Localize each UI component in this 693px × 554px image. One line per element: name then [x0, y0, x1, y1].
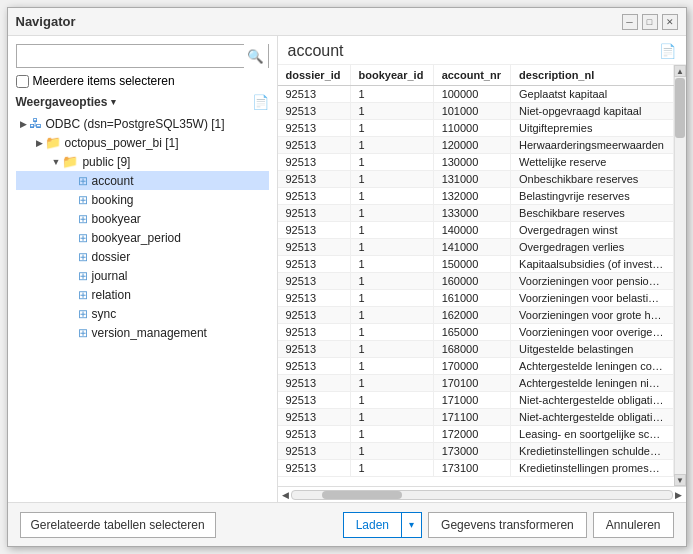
table-row[interactable]: 925131120000Herwaarderingsmeerwaarden: [278, 137, 674, 154]
related-tables-button[interactable]: Gerelateerde tabellen selecteren: [20, 512, 216, 538]
table-cell: 1: [350, 392, 433, 409]
col-header-account_nr: account_nr: [433, 65, 510, 86]
restore-button[interactable]: □: [642, 14, 658, 30]
titlebar: Navigator ─ □ ✕: [8, 8, 686, 36]
scroll-track: [675, 78, 685, 473]
table-cell: 92513: [278, 426, 351, 443]
tree-item-sync[interactable]: ⊞sync: [16, 304, 269, 323]
table-row[interactable]: 925131141000Overgedragen verlies: [278, 239, 674, 256]
table-cell: 92513: [278, 137, 351, 154]
tree-item-booking[interactable]: ⊞booking: [16, 190, 269, 209]
table-row[interactable]: 925131150000Kapitaalsubsidies (of invest…: [278, 256, 674, 273]
table-row[interactable]: 925131101000Niet-opgevraagd kapitaal: [278, 103, 674, 120]
table-cell: Wettelijke reserve: [511, 154, 673, 171]
tree-item-journal[interactable]: ⊞journal: [16, 266, 269, 285]
table-row[interactable]: 925131171000Niet-achtergestelde obligati…: [278, 392, 674, 409]
scroll-right-button[interactable]: ▶: [673, 490, 684, 500]
transform-button[interactable]: Gegevens transformeren: [428, 512, 587, 538]
navigator-window: Navigator ─ □ ✕ 🔍 Meerdere items selecte…: [7, 7, 687, 547]
table-cell: 92513: [278, 324, 351, 341]
h-scrollbar-track: [291, 490, 673, 500]
cancel-button[interactable]: Annuleren: [593, 512, 674, 538]
minimize-button[interactable]: ─: [622, 14, 638, 30]
table-row[interactable]: 925131140000Overgedragen winst: [278, 222, 674, 239]
table-cell: Kapitaalsubsidies (of investeringen): [511, 256, 673, 273]
table-cell: Geplaatst kapitaal: [511, 86, 673, 103]
tree-item-account[interactable]: ⊞account: [16, 171, 269, 190]
table-row[interactable]: 925131161000Voorzieningen voor belasting…: [278, 290, 674, 307]
close-button[interactable]: ✕: [662, 14, 678, 30]
table-cell: 160000: [433, 273, 510, 290]
table-cell: 140000: [433, 222, 510, 239]
table-cell: 131000: [433, 171, 510, 188]
tree-label: ODBC (dsn=PostgreSQL35W) [1]: [46, 117, 225, 131]
export-icon[interactable]: 📄: [252, 94, 269, 110]
table-row[interactable]: 925131133000Beschikbare reserves: [278, 205, 674, 222]
table-icon: ⊞: [78, 250, 88, 264]
table-row[interactable]: 925131168000Uitgestelde belastingen: [278, 341, 674, 358]
load-button[interactable]: Laden: [343, 512, 402, 538]
tree-label: bookyear: [92, 212, 141, 226]
select-multiple-row: Meerdere items selecteren: [16, 74, 269, 88]
table-row[interactable]: 925131170000Achtergestelde leningen conv…: [278, 358, 674, 375]
table-cell: Onbeschikbare reserves: [511, 171, 673, 188]
h-scrollbar-thumb[interactable]: [322, 491, 402, 499]
table-row[interactable]: 925131173100Kredietinstellingen promesse…: [278, 460, 674, 477]
table-cell: 92513: [278, 188, 351, 205]
table-cell: Niet-achtergestelde obligatieleningen co: [511, 392, 673, 409]
table-row[interactable]: 925131160000Voorzieningen voor pensioene…: [278, 273, 674, 290]
tree-label: bookyear_period: [92, 231, 181, 245]
table-row[interactable]: 925131132000Belastingvrije reserves: [278, 188, 674, 205]
table-row[interactable]: 925131100000Geplaatst kapitaal: [278, 86, 674, 103]
table-cell: 132000: [433, 188, 510, 205]
table-row[interactable]: 925131165000Voorzieningen voor overige r…: [278, 324, 674, 341]
table-row[interactable]: 925131170100Achtergestelde leningen niet…: [278, 375, 674, 392]
tree-item-version_management[interactable]: ⊞version_management: [16, 323, 269, 342]
tree-item-public[interactable]: ▼📁public [9]: [16, 152, 269, 171]
table-row[interactable]: 925131172000Leasing- en soortgelijke sch…: [278, 426, 674, 443]
load-dropdown-button[interactable]: ▾: [402, 512, 422, 538]
tree-item-bookyear_period[interactable]: ⊞bookyear_period: [16, 228, 269, 247]
vertical-scrollbar[interactable]: ▲ ▼: [674, 65, 686, 486]
right-title: account: [288, 42, 344, 60]
tree-item-bookyear[interactable]: ⊞bookyear: [16, 209, 269, 228]
table-row[interactable]: 925131173000Kredietinstellingen schulden…: [278, 443, 674, 460]
tree-item-odbc[interactable]: ▶🖧ODBC (dsn=PostgreSQL35W) [1]: [16, 114, 269, 133]
table-row[interactable]: 925131131000Onbeschikbare reserves: [278, 171, 674, 188]
table-row[interactable]: 925131110000Uitgiftepremies: [278, 120, 674, 137]
right-panel: account 📄 dossier_idbookyear_idaccount_n…: [278, 36, 686, 502]
table-cell: 1: [350, 137, 433, 154]
horizontal-scrollbar-area: ◀ ▶: [278, 486, 686, 502]
table-cell: 92513: [278, 86, 351, 103]
table-cell: Overgedragen verlies: [511, 239, 673, 256]
table-row[interactable]: 925131130000Wettelijke reserve: [278, 154, 674, 171]
search-input[interactable]: [17, 49, 244, 63]
weergave-button[interactable]: Weergaveopties ▾: [16, 95, 117, 109]
tree-label: dossier: [92, 250, 131, 264]
weergave-label: Weergaveopties: [16, 95, 108, 109]
tree-label: journal: [92, 269, 128, 283]
tree-label: sync: [92, 307, 117, 321]
scroll-left-button[interactable]: ◀: [280, 490, 291, 500]
table-icon: ⊞: [78, 193, 88, 207]
table-cell: 141000: [433, 239, 510, 256]
tree-area[interactable]: ▶🖧ODBC (dsn=PostgreSQL35W) [1]▶📁octopus_…: [16, 114, 269, 494]
tree-item-octopus[interactable]: ▶📁octopus_power_bi [1]: [16, 133, 269, 152]
table-cell: 92513: [278, 103, 351, 120]
table-cell: 1: [350, 460, 433, 477]
table-cell: 92513: [278, 154, 351, 171]
search-button[interactable]: 🔍: [244, 44, 268, 68]
scroll-down-button[interactable]: ▼: [674, 474, 686, 486]
table-container[interactable]: dossier_idbookyear_idaccount_nrdescripti…: [278, 65, 674, 486]
select-multiple-checkbox[interactable]: [16, 75, 29, 88]
table-icon: ⊞: [78, 326, 88, 340]
table-row[interactable]: 925131171100Niet-achtergestelde obligati…: [278, 409, 674, 426]
scroll-thumb[interactable]: [675, 78, 685, 138]
tree-item-relation[interactable]: ⊞relation: [16, 285, 269, 304]
export-icon[interactable]: 📄: [659, 43, 676, 59]
tree-item-dossier[interactable]: ⊞dossier: [16, 247, 269, 266]
scroll-up-button[interactable]: ▲: [674, 65, 686, 77]
table-cell: 1: [350, 188, 433, 205]
load-button-group: Laden ▾: [343, 512, 422, 538]
table-row[interactable]: 925131162000Voorzieningen voor grote her…: [278, 307, 674, 324]
